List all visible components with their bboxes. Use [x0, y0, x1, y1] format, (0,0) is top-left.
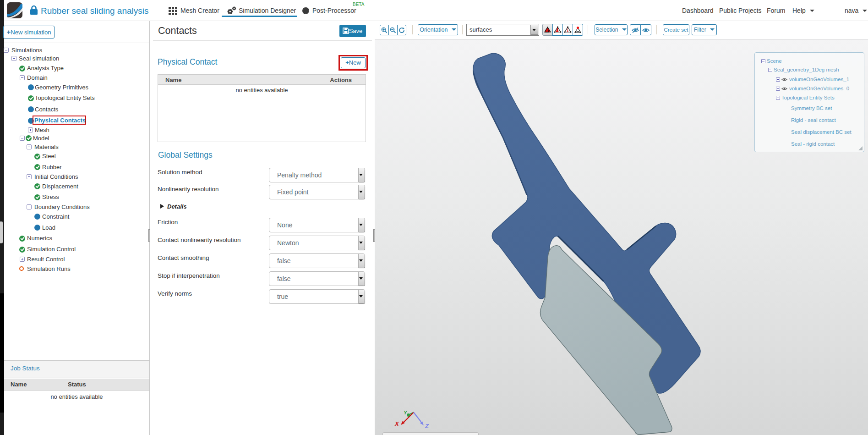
svg-text:X: X — [394, 420, 399, 427]
svg-text:Y: Y — [404, 410, 408, 415]
svg-text:Z: Z — [425, 423, 429, 429]
